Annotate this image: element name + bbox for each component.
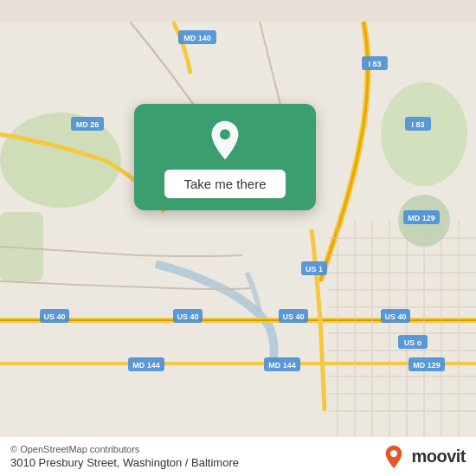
svg-text:I 83: I 83 [368, 60, 381, 68]
svg-text:US 1: US 1 [306, 265, 323, 273]
svg-text:US 40: US 40 [282, 312, 304, 321]
attribution-text: © OpenStreetMap contributors [10, 444, 239, 454]
svg-text:US o: US o [404, 338, 422, 347]
bottom-bar: © OpenStreetMap contributors 3010 Presbu… [0, 437, 476, 476]
svg-text:I 83: I 83 [411, 120, 424, 129]
moovit-pin-icon [382, 445, 406, 469]
location-pin-icon [204, 119, 246, 161]
map-container: MD 140 MD 26 I 83 I 83 MD 129 US 1 US 40… [0, 0, 476, 476]
svg-text:US 40: US 40 [177, 312, 198, 321]
location-popup: Take me there [134, 104, 316, 210]
svg-text:MD 140: MD 140 [183, 34, 211, 42]
svg-text:MD 129: MD 129 [413, 361, 441, 370]
svg-text:US 40: US 40 [43, 312, 65, 321]
bottom-left-info: © OpenStreetMap contributors 3010 Presbu… [10, 444, 239, 469]
svg-text:MD 26: MD 26 [76, 120, 100, 129]
svg-text:MD 129: MD 129 [408, 214, 435, 222]
svg-point-51 [220, 129, 230, 139]
moovit-wordmark: moovit [411, 447, 466, 466]
svg-text:MD 144: MD 144 [268, 361, 296, 370]
map-background: MD 140 MD 26 I 83 I 83 MD 129 US 1 US 40… [0, 0, 476, 476]
svg-point-2 [381, 82, 467, 186]
svg-text:US 40: US 40 [384, 312, 406, 321]
svg-text:MD 144: MD 144 [132, 361, 160, 370]
take-me-there-button[interactable]: Take me there [164, 170, 285, 198]
address-text: 3010 Presbury Street, Washington / Balti… [10, 456, 239, 469]
svg-point-52 [391, 450, 398, 457]
moovit-logo: moovit [382, 445, 466, 469]
